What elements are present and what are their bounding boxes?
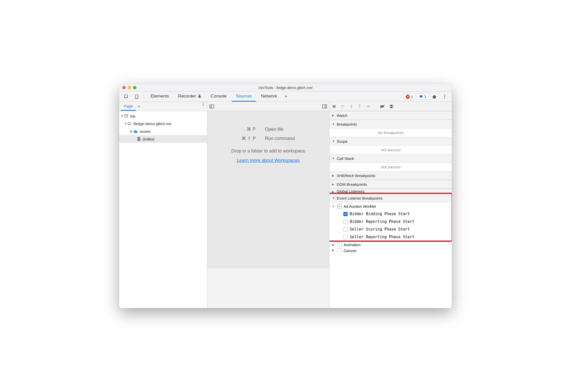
svg-point-5 xyxy=(444,98,445,99)
event-listener-tree-more: ▶ Animation ▶ Canvas xyxy=(330,241,452,253)
scope-label: Scope xyxy=(337,139,348,144)
checkbox-checked[interactable] xyxy=(343,212,348,216)
event-listener-tree: ▼ Ad Auction Worklet Bidder Bidding Phas… xyxy=(330,202,452,241)
checkbox-unchecked[interactable] xyxy=(337,248,342,253)
svg-point-17 xyxy=(342,107,343,108)
checkbox-unchecked[interactable] xyxy=(343,235,348,239)
settings-icon[interactable] xyxy=(429,92,439,102)
tab-network[interactable]: Network xyxy=(257,92,281,102)
svg-point-3 xyxy=(444,95,445,95)
open-file-shortcut: ⌘ P xyxy=(247,126,256,132)
errors-count: 1 xyxy=(411,95,413,99)
chevron-down-icon: ▼ xyxy=(332,140,335,143)
pause-on-exceptions-icon[interactable] xyxy=(389,104,394,109)
errors-badge[interactable]: ✕ 1 xyxy=(404,94,415,100)
ad-auction-checkbox-indeterminate[interactable] xyxy=(337,204,342,209)
tree-top-frame[interactable]: ▼ top xyxy=(119,112,207,120)
xhr-breakpoints-section-header[interactable]: ▶ XHR/fetch Breakpoints xyxy=(330,171,452,180)
traffic-lights xyxy=(122,86,136,89)
tab-console[interactable]: Console xyxy=(207,92,231,102)
navigator-overflow-button[interactable]: » xyxy=(136,102,142,111)
frame-icon xyxy=(124,114,128,118)
tree-file-label: (index) xyxy=(143,137,155,141)
event-listener-highlight: ▼ Event Listener Breakpoints ▼ Ad Auctio… xyxy=(330,194,452,241)
run-command-shortcut: ⌘ ⇧ P xyxy=(241,136,256,141)
dom-breakpoints-section-header[interactable]: ▶ DOM Breakpoints xyxy=(330,180,452,189)
svg-rect-23 xyxy=(392,106,393,107)
canvas-category[interactable]: ▶ Canvas xyxy=(330,248,452,253)
status-badges: ✕ 1 1 xyxy=(404,92,428,102)
tree-folder-assets[interactable]: ▶ assets xyxy=(119,127,207,135)
folder-icon xyxy=(134,129,138,133)
tab-recorder[interactable]: Recorder xyxy=(174,92,206,102)
watch-section-header[interactable]: ▶ Watch xyxy=(330,111,452,120)
checkbox-unchecked[interactable] xyxy=(337,243,342,247)
error-icon: ✕ xyxy=(406,95,410,99)
event-listener-breakpoints-header[interactable]: ▼ Event Listener Breakpoints xyxy=(330,194,452,202)
chevron-right-icon: ▶ xyxy=(332,243,335,246)
chevron-down-icon: ▼ xyxy=(124,122,127,125)
tree-origin[interactable]: ▼ fledge-demo.glitch.me xyxy=(119,120,207,127)
drop-folder-hint: Drop in a folder to add to workspace xyxy=(231,148,305,154)
divider xyxy=(144,94,144,100)
pause-icon[interactable] xyxy=(332,104,336,108)
event-label: Seller Reporting Phase Start xyxy=(350,235,414,239)
workspaces-link[interactable]: Learn more about Workspaces xyxy=(237,158,300,163)
step-out-icon[interactable] xyxy=(358,104,362,109)
animation-category[interactable]: ▶ Animation xyxy=(330,241,452,248)
svg-rect-15 xyxy=(333,105,334,108)
tree-file-index[interactable]: (index) xyxy=(119,135,207,143)
chevron-down-icon: ▼ xyxy=(332,205,335,208)
ad-auction-worklet-category[interactable]: ▼ Ad Auction Worklet xyxy=(330,202,452,210)
more-menu-icon[interactable] xyxy=(440,92,449,102)
checkbox-unchecked[interactable] xyxy=(343,227,348,232)
messages-badge[interactable]: 1 xyxy=(417,94,428,100)
deactivate-breakpoints-icon[interactable] xyxy=(380,104,385,108)
tab-elements[interactable]: Elements xyxy=(147,92,173,102)
chevron-down-icon: ▼ xyxy=(332,123,335,126)
chevron-down-icon: ▼ xyxy=(332,157,335,160)
step-into-icon[interactable] xyxy=(349,104,354,109)
close-window-button[interactable] xyxy=(122,86,126,89)
show-navigator-icon[interactable] xyxy=(209,104,214,109)
editor-toolbar xyxy=(207,102,329,111)
event-bidder-reporting-start[interactable]: Bidder Reporting Phase Start xyxy=(330,218,452,225)
chevron-right-icon: ▶ xyxy=(332,174,335,177)
callstack-section-header[interactable]: ▼ Call Stack xyxy=(330,154,452,163)
editor-empty-state: ⌘ P Open file ⌘ ⇧ P Run command Drop in … xyxy=(207,111,329,267)
breakpoints-label: Breakpoints xyxy=(337,122,357,126)
svg-point-20 xyxy=(369,106,370,107)
inspect-element-icon[interactable] xyxy=(122,92,131,102)
debugger-panel: ▶ Watch ▼ Breakpoints No breakpoints ▼ S… xyxy=(330,102,452,308)
minimize-window-button[interactable] xyxy=(128,86,131,89)
messages-count: 1 xyxy=(424,95,426,99)
event-label: Seller Scoring Phase Start xyxy=(350,227,410,232)
step-over-icon[interactable] xyxy=(340,104,345,108)
device-toggle-icon[interactable] xyxy=(132,92,141,102)
page-tab[interactable]: Page xyxy=(121,102,136,111)
global-listeners-section-header[interactable]: ▶ Global Listeners xyxy=(330,189,452,194)
tabs-overflow-button[interactable]: » xyxy=(282,92,290,102)
event-bidder-bidding-start[interactable]: Bidder Bidding Phase Start xyxy=(330,210,452,218)
message-icon xyxy=(419,95,423,99)
tab-sources[interactable]: Sources xyxy=(232,92,256,102)
animation-label: Animation xyxy=(344,243,361,247)
editor-footer xyxy=(207,267,329,308)
event-label: Bidder Bidding Phase Start xyxy=(350,212,410,216)
step-icon[interactable] xyxy=(366,104,370,108)
devtools-window: DevTools - fledge-demo.glitch.me/ Elemen… xyxy=(119,84,452,308)
breakpoints-section-header[interactable]: ▼ Breakpoints xyxy=(330,120,452,128)
event-seller-reporting-start[interactable]: Seller Reporting Phase Start xyxy=(330,233,452,241)
run-command-label: Run command xyxy=(265,136,295,141)
scope-section-header[interactable]: ▼ Scope xyxy=(330,137,452,146)
show-debugger-icon[interactable] xyxy=(322,104,327,109)
navigator-more-icon[interactable] xyxy=(201,102,205,111)
canvas-label: Canvas xyxy=(344,248,357,253)
checkbox-unchecked[interactable] xyxy=(343,220,348,224)
global-listeners-label: Global Listeners xyxy=(337,189,364,193)
scope-empty: Not paused xyxy=(330,146,452,154)
tab-recorder-label: Recorder xyxy=(178,94,196,99)
maximize-window-button[interactable] xyxy=(133,86,136,89)
event-seller-scoring-start[interactable]: Seller Scoring Phase Start xyxy=(330,225,452,233)
cloud-icon xyxy=(127,122,132,125)
